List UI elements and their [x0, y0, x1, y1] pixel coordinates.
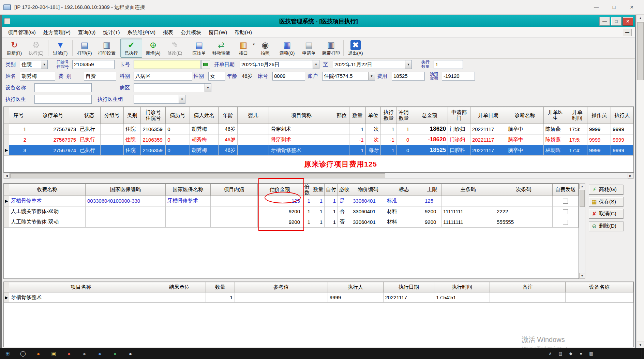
- rdp-vscroll-thumb[interactable]: [637, 22, 644, 80]
- taskbar-app-gray[interactable]: ●: [77, 348, 92, 359]
- tray-expand-icon[interactable]: ∧: [545, 348, 555, 359]
- taskbar-app-orange[interactable]: ●: [31, 348, 46, 359]
- column-header[interactable]: 国家医保名称: [166, 184, 211, 196]
- order-row[interactable]: 1 27567973 已执行 住院 2106359 0 胡秀梅 46岁 骨穿刺术…: [4, 124, 633, 134]
- menu-item-system-maintenance[interactable]: 系统维护(M): [124, 27, 160, 38]
- bed-no-input[interactable]: 8009: [272, 72, 305, 81]
- orders-hscrollbar[interactable]: ◀ ▶: [3, 173, 634, 179]
- menu-item-reports[interactable]: 报表: [159, 27, 177, 38]
- app-close-button[interactable]: ✕: [623, 17, 633, 26]
- column-header[interactable]: 开单日期: [470, 107, 506, 124]
- scroll-down-icon[interactable]: ▼: [637, 342, 644, 348]
- column-header[interactable]: 主条码: [441, 184, 495, 196]
- exec-doctor-input[interactable]: [34, 95, 92, 104]
- column-header[interactable]: 婴儿: [237, 107, 269, 124]
- high-consumable-button[interactable]: ⚡ 高耗(G): [589, 185, 623, 195]
- toolbar-interface-button[interactable]: ▥ 接口 ▼: [233, 39, 254, 58]
- exec-doctor-group-select[interactable]: ▼: [134, 95, 185, 104]
- toolbar-filter-button[interactable]: ▼ 过滤(F): [49, 39, 71, 58]
- column-header[interactable]: 冲消 数量: [396, 107, 411, 124]
- self-pay-send-checkbox[interactable]: [563, 199, 568, 204]
- app-titlebar[interactable]: 医技管理系统 - [医技项目执行] — □ ✕: [2, 15, 635, 27]
- card-no-input[interactable]: [134, 60, 200, 69]
- taskbar-app-light[interactable]: ●: [123, 348, 138, 359]
- menu-item-prescription-mgmt[interactable]: 处方管理(P): [40, 27, 74, 38]
- column-header[interactable]: 国家医保编码: [86, 184, 166, 196]
- dept-input[interactable]: 八病区: [134, 72, 192, 81]
- column-header[interactable]: 执行 数量: [381, 107, 396, 124]
- rdp-close-button[interactable]: ✕: [623, 0, 641, 14]
- scroll-right-icon[interactable]: ▶: [628, 173, 633, 178]
- save-button[interactable]: ▦ 保存(S): [589, 197, 623, 207]
- toolbar-options-button[interactable]: ▦ 选项(O): [276, 39, 298, 58]
- scroll-up-icon[interactable]: ▲: [579, 184, 585, 189]
- column-header[interactable]: 收费名称: [9, 184, 86, 196]
- taskbar-app-red[interactable]: ●: [61, 348, 77, 359]
- taskbar-app-green[interactable]: ●: [107, 348, 123, 359]
- column-header[interactable]: 病人姓名: [190, 107, 219, 124]
- column-header[interactable]: 执行人: [328, 282, 383, 292]
- toolbar-exit-button[interactable]: ✖ 退出(X): [345, 39, 366, 58]
- column-header[interactable]: 病历号: [166, 107, 190, 124]
- column-header[interactable]: 结果单位: [153, 282, 206, 292]
- menu-item-public-modules[interactable]: 公共模块: [177, 27, 205, 38]
- category-select[interactable]: 住院 ▼: [20, 60, 48, 69]
- chevron-down-icon[interactable]: ▼: [179, 95, 185, 103]
- column-header[interactable]: 次条码: [495, 184, 553, 196]
- account-select[interactable]: 住院47574.5 ▼: [322, 72, 375, 81]
- column-header[interactable]: 执行时间: [434, 282, 490, 292]
- visit-no-input[interactable]: 2106359: [72, 60, 115, 69]
- column-header[interactable]: 数量: [206, 282, 235, 292]
- column-header[interactable]: 项目内涵: [211, 184, 258, 196]
- column-header[interactable]: 备注: [490, 282, 566, 292]
- patient-name-input[interactable]: 胡秀梅: [20, 72, 55, 81]
- toolbar-photo-button[interactable]: ◉ 拍照: [254, 39, 276, 58]
- fee-input[interactable]: 18525: [392, 72, 425, 81]
- column-header[interactable]: 分组号: [100, 107, 123, 124]
- column-header[interactable]: 部位: [334, 107, 349, 124]
- app-minimize-button[interactable]: —: [599, 17, 610, 26]
- chevron-down-icon[interactable]: ▼: [205, 84, 211, 92]
- app-restore-button[interactable]: □: [611, 17, 621, 26]
- fee-type-input[interactable]: 自费: [84, 72, 116, 81]
- toolbar-add-button[interactable]: ⊕ 新增(A): [142, 39, 164, 58]
- menu-item-query[interactable]: 查询(Q): [74, 27, 100, 38]
- taskbar-app-folder[interactable]: ▣: [46, 348, 61, 359]
- rdp-titlebar[interactable]: [IP 172-20-204-181] - 192.168.88.10:3389…: [0, 0, 644, 15]
- toolbar-print-button[interactable]: ▤ 打印(P): [74, 39, 95, 58]
- taskbar-app-blue[interactable]: ●: [92, 348, 107, 359]
- tray-network-icon[interactable]: ▤: [555, 348, 566, 359]
- column-header[interactable]: 标志: [385, 184, 423, 196]
- toolbar-medtech-sheet-button[interactable]: ▤ 医技单: [188, 39, 210, 58]
- scroll-left-icon[interactable]: ◀: [4, 173, 10, 178]
- ward-select[interactable]: ▼: [134, 83, 211, 92]
- charges-vscrollbar[interactable]: ▲ ▼: [579, 183, 585, 279]
- column-header[interactable]: 必收: [338, 184, 351, 196]
- order-date-from-select[interactable]: 2022年10月26日 ▼: [240, 60, 319, 69]
- cancel-button[interactable]: ✘ 取消(C): [589, 209, 623, 219]
- column-header[interactable]: 状态: [78, 107, 101, 124]
- column-header[interactable]: 诊疗单号: [28, 107, 78, 124]
- toolbar-execute-button[interactable]: ⚙ 执行(E): [25, 39, 47, 58]
- scroll-down-icon[interactable]: ▼: [579, 273, 585, 278]
- delete-button[interactable]: ⊖ 删除(D): [589, 221, 623, 231]
- vscroll-thumb[interactable]: [580, 190, 585, 207]
- toolbar-modify-button[interactable]: ✎ 修改(E): [164, 39, 186, 58]
- show-desktop-button[interactable]: [642, 348, 644, 359]
- column-header[interactable]: 设备名称: [566, 282, 633, 292]
- column-header[interactable]: 项目名称: [9, 282, 153, 292]
- scroll-up-icon[interactable]: ▲: [637, 15, 644, 21]
- column-header[interactable]: 执行日期: [383, 282, 434, 292]
- toolbar-mobile-infusion-button[interactable]: ⇄ 移动输液: [210, 39, 233, 58]
- column-header[interactable]: 自费发送: [553, 184, 579, 196]
- menu-item-help[interactable]: 帮助(H): [231, 27, 256, 38]
- chevron-down-icon[interactable]: ▼: [313, 60, 319, 69]
- column-header[interactable]: 门诊号 住院号: [141, 107, 166, 124]
- column-header[interactable]: 序号: [9, 107, 28, 124]
- column-header[interactable]: 上限: [423, 184, 441, 196]
- column-header[interactable]: 数量: [312, 184, 325, 196]
- column-header[interactable]: 年龄: [219, 107, 238, 124]
- column-header[interactable]: 数量: [349, 107, 365, 124]
- column-header[interactable]: 总金额: [411, 107, 448, 124]
- column-header[interactable]: 操作员: [587, 107, 611, 124]
